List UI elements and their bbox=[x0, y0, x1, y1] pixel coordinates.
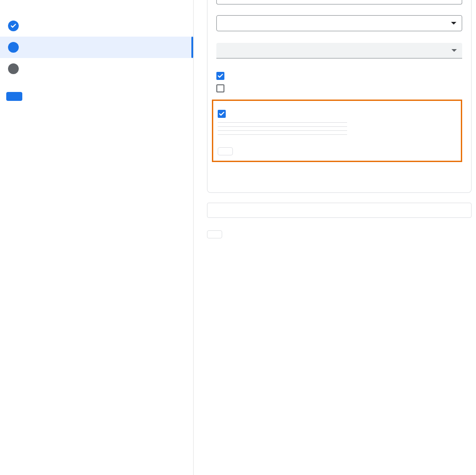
left-actions bbox=[0, 79, 193, 113]
add-item-button[interactable] bbox=[207, 203, 472, 218]
chevron-down-icon bbox=[451, 49, 457, 52]
check-icon bbox=[8, 21, 19, 31]
page-title bbox=[0, 4, 193, 15]
prev-field-bottom[interactable] bbox=[216, 0, 462, 4]
checkbox-icon bbox=[216, 72, 224, 80]
deploy-button[interactable] bbox=[6, 92, 22, 101]
chevron-down-icon bbox=[451, 22, 456, 25]
settings-card bbox=[207, 0, 472, 193]
explainability-highlight bbox=[212, 100, 462, 162]
table-row bbox=[218, 127, 347, 131]
step-define-endpoint[interactable] bbox=[0, 15, 193, 37]
step-model-settings[interactable] bbox=[0, 37, 193, 58]
checkbox-icon bbox=[216, 84, 224, 92]
accelerator-type-select[interactable] bbox=[216, 15, 462, 31]
step-number-icon bbox=[8, 42, 19, 53]
container-logging-checkbox-row[interactable] bbox=[216, 84, 462, 92]
service-account-select[interactable] bbox=[216, 43, 462, 58]
access-logging-checkbox-row[interactable] bbox=[216, 72, 462, 80]
feature-attributions-checkbox-row[interactable] bbox=[218, 110, 456, 118]
edit-button[interactable] bbox=[218, 147, 233, 155]
step-number-icon bbox=[8, 63, 19, 74]
table-row bbox=[218, 123, 347, 127]
continue-button[interactable] bbox=[207, 230, 222, 238]
table-row bbox=[218, 131, 347, 135]
checkbox-icon bbox=[218, 110, 226, 118]
step-model-monitoring[interactable] bbox=[0, 58, 193, 79]
left-panel bbox=[0, 0, 194, 475]
right-panel bbox=[194, 0, 476, 475]
explain-table bbox=[218, 122, 347, 135]
